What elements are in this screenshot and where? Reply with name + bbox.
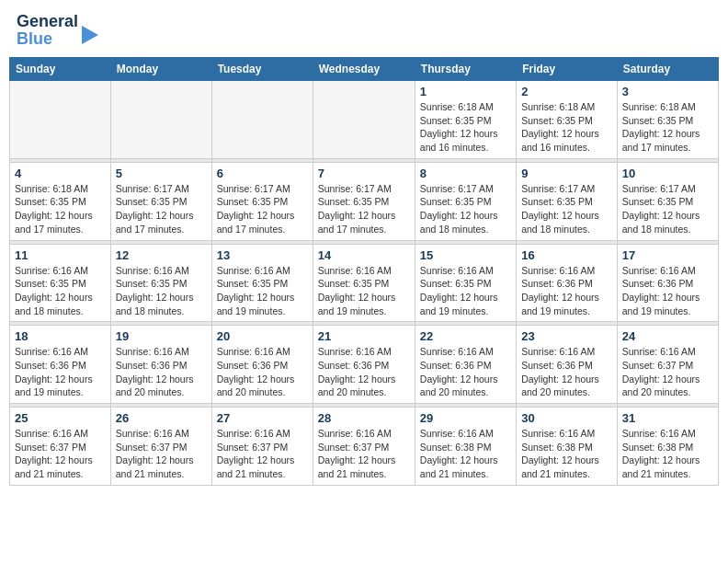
- header-area: General Blue: [9, 9, 719, 52]
- day-info: Sunrise: 6:16 AM Sunset: 6:36 PM Dayligh…: [521, 264, 612, 318]
- calendar-cell: 3Sunrise: 6:18 AM Sunset: 6:35 PM Daylig…: [617, 81, 718, 159]
- day-number: 24: [622, 329, 713, 343]
- day-info: Sunrise: 6:16 AM Sunset: 6:37 PM Dayligh…: [116, 427, 207, 481]
- day-info: Sunrise: 6:17 AM Sunset: 6:35 PM Dayligh…: [318, 182, 410, 236]
- day-number: 6: [217, 167, 308, 180]
- day-info: Sunrise: 6:16 AM Sunset: 6:37 PM Dayligh…: [15, 427, 106, 481]
- day-number: 13: [217, 248, 308, 262]
- day-info: Sunrise: 6:18 AM Sunset: 6:35 PM Dayligh…: [622, 100, 713, 155]
- calendar-cell: 21Sunrise: 6:16 AM Sunset: 6:36 PM Dayli…: [313, 326, 415, 404]
- day-number: 26: [116, 411, 207, 425]
- day-number: 7: [318, 167, 410, 180]
- calendar-cell: 28Sunrise: 6:16 AM Sunset: 6:37 PM Dayli…: [313, 408, 415, 486]
- calendar-cell: 27Sunrise: 6:16 AM Sunset: 6:37 PM Dayli…: [211, 408, 313, 486]
- day-number: 10: [622, 167, 713, 180]
- day-number: 27: [217, 411, 308, 425]
- day-info: Sunrise: 6:16 AM Sunset: 6:37 PM Dayligh…: [622, 345, 713, 399]
- weekday-header-thursday: Thursday: [415, 58, 516, 81]
- calendar-cell: 1Sunrise: 6:18 AM Sunset: 6:35 PM Daylig…: [415, 81, 516, 159]
- weekday-header-monday: Monday: [110, 58, 211, 81]
- day-number: 15: [420, 248, 511, 262]
- day-info: Sunrise: 6:16 AM Sunset: 6:38 PM Dayligh…: [521, 427, 612, 481]
- day-number: 14: [318, 248, 410, 262]
- day-info: Sunrise: 6:18 AM Sunset: 6:35 PM Dayligh…: [420, 100, 511, 155]
- calendar-cell: 18Sunrise: 6:16 AM Sunset: 6:36 PM Dayli…: [10, 326, 111, 404]
- day-number: 12: [116, 248, 207, 262]
- calendar-cell: 30Sunrise: 6:16 AM Sunset: 6:38 PM Dayli…: [517, 408, 618, 486]
- calendar-cell: 5Sunrise: 6:17 AM Sunset: 6:35 PM Daylig…: [110, 162, 211, 240]
- calendar-cell: [211, 81, 313, 159]
- day-number: 31: [622, 411, 713, 425]
- calendar-cell: 4Sunrise: 6:18 AM Sunset: 6:35 PM Daylig…: [10, 162, 111, 240]
- calendar-cell: 11Sunrise: 6:16 AM Sunset: 6:35 PM Dayli…: [10, 244, 111, 322]
- day-number: 17: [622, 248, 713, 262]
- calendar-cell: 29Sunrise: 6:16 AM Sunset: 6:38 PM Dayli…: [415, 408, 516, 486]
- day-info: Sunrise: 6:16 AM Sunset: 6:38 PM Dayligh…: [420, 427, 511, 481]
- day-info: Sunrise: 6:17 AM Sunset: 6:35 PM Dayligh…: [420, 182, 511, 236]
- calendar-cell: 23Sunrise: 6:16 AM Sunset: 6:36 PM Dayli…: [517, 326, 618, 404]
- calendar-cell: 6Sunrise: 6:17 AM Sunset: 6:35 PM Daylig…: [211, 162, 313, 240]
- calendar-cell: 22Sunrise: 6:16 AM Sunset: 6:36 PM Dayli…: [415, 326, 516, 404]
- day-info: Sunrise: 6:16 AM Sunset: 6:35 PM Dayligh…: [116, 264, 207, 318]
- day-number: 11: [15, 248, 106, 262]
- day-info: Sunrise: 6:16 AM Sunset: 6:35 PM Dayligh…: [217, 264, 308, 318]
- day-number: 29: [420, 411, 511, 425]
- day-number: 5: [116, 167, 207, 180]
- day-number: 22: [420, 329, 511, 343]
- weekday-header-tuesday: Tuesday: [211, 58, 313, 81]
- day-number: 23: [521, 329, 612, 343]
- day-info: Sunrise: 6:16 AM Sunset: 6:38 PM Dayligh…: [622, 427, 713, 481]
- weekday-header-sunday: Sunday: [10, 58, 111, 81]
- logo: General Blue: [17, 13, 98, 48]
- day-info: Sunrise: 6:16 AM Sunset: 6:36 PM Dayligh…: [15, 345, 106, 399]
- calendar-cell: 26Sunrise: 6:16 AM Sunset: 6:37 PM Dayli…: [110, 408, 211, 486]
- logo-text: General: [17, 12, 78, 30]
- day-number: 20: [217, 329, 308, 343]
- calendar-cell: 13Sunrise: 6:16 AM Sunset: 6:35 PM Dayli…: [211, 244, 313, 322]
- day-info: Sunrise: 6:18 AM Sunset: 6:35 PM Dayligh…: [15, 182, 106, 236]
- day-info: Sunrise: 6:16 AM Sunset: 6:36 PM Dayligh…: [318, 345, 410, 399]
- day-number: 2: [521, 85, 612, 98]
- calendar-cell: 12Sunrise: 6:16 AM Sunset: 6:35 PM Dayli…: [110, 244, 211, 322]
- calendar-cell: 16Sunrise: 6:16 AM Sunset: 6:36 PM Dayli…: [517, 244, 618, 322]
- day-number: 4: [15, 167, 106, 180]
- day-number: 1: [420, 85, 511, 98]
- day-info: Sunrise: 6:16 AM Sunset: 6:35 PM Dayligh…: [420, 264, 511, 318]
- calendar: SundayMondayTuesdayWednesdayThursdayFrid…: [9, 57, 719, 486]
- calendar-cell: 9Sunrise: 6:17 AM Sunset: 6:35 PM Daylig…: [517, 162, 618, 240]
- day-info: Sunrise: 6:16 AM Sunset: 6:36 PM Dayligh…: [420, 345, 511, 399]
- calendar-cell: 20Sunrise: 6:16 AM Sunset: 6:36 PM Dayli…: [211, 326, 313, 404]
- day-number: 25: [15, 411, 106, 425]
- calendar-cell: 25Sunrise: 6:16 AM Sunset: 6:37 PM Dayli…: [10, 408, 111, 486]
- weekday-header-saturday: Saturday: [617, 58, 718, 81]
- day-info: Sunrise: 6:17 AM Sunset: 6:35 PM Dayligh…: [116, 182, 207, 236]
- day-info: Sunrise: 6:16 AM Sunset: 6:36 PM Dayligh…: [622, 264, 713, 318]
- calendar-cell: 19Sunrise: 6:16 AM Sunset: 6:36 PM Dayli…: [110, 326, 211, 404]
- calendar-cell: [110, 81, 211, 159]
- calendar-cell: 24Sunrise: 6:16 AM Sunset: 6:37 PM Dayli…: [617, 326, 718, 404]
- day-number: 21: [318, 329, 410, 343]
- calendar-cell: 17Sunrise: 6:16 AM Sunset: 6:36 PM Dayli…: [617, 244, 718, 322]
- day-info: Sunrise: 6:16 AM Sunset: 6:37 PM Dayligh…: [318, 427, 410, 481]
- day-number: 8: [420, 167, 511, 180]
- weekday-header-friday: Friday: [517, 58, 618, 81]
- weekday-header-wednesday: Wednesday: [313, 58, 415, 81]
- calendar-cell: 2Sunrise: 6:18 AM Sunset: 6:35 PM Daylig…: [517, 81, 618, 159]
- day-info: Sunrise: 6:16 AM Sunset: 6:35 PM Dayligh…: [15, 264, 106, 318]
- day-number: 19: [116, 329, 207, 343]
- day-info: Sunrise: 6:17 AM Sunset: 6:35 PM Dayligh…: [521, 182, 612, 236]
- calendar-cell: [313, 81, 415, 159]
- day-info: Sunrise: 6:18 AM Sunset: 6:35 PM Dayligh…: [521, 100, 612, 155]
- day-number: 30: [521, 411, 612, 425]
- calendar-cell: 10Sunrise: 6:17 AM Sunset: 6:35 PM Dayli…: [617, 162, 718, 240]
- day-number: 3: [622, 85, 713, 98]
- day-number: 9: [521, 167, 612, 180]
- day-info: Sunrise: 6:16 AM Sunset: 6:36 PM Dayligh…: [217, 345, 308, 399]
- day-number: 16: [521, 248, 612, 262]
- day-number: 18: [15, 329, 106, 343]
- calendar-cell: 7Sunrise: 6:17 AM Sunset: 6:35 PM Daylig…: [313, 162, 415, 240]
- day-number: 28: [318, 411, 410, 425]
- day-info: Sunrise: 6:17 AM Sunset: 6:35 PM Dayligh…: [622, 182, 713, 236]
- day-info: Sunrise: 6:16 AM Sunset: 6:35 PM Dayligh…: [318, 264, 410, 318]
- calendar-cell: [10, 81, 111, 159]
